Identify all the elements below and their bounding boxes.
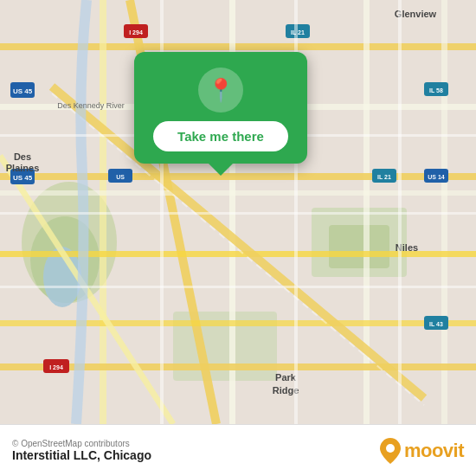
svg-rect-7 xyxy=(0,43,476,50)
svg-text:IL 21: IL 21 xyxy=(377,174,391,180)
svg-rect-50 xyxy=(0,212,476,215)
svg-text:Plaines: Plaines xyxy=(6,163,40,173)
location-icon-circle: 📍 xyxy=(198,68,243,113)
location-popup: 📍 Take me there xyxy=(134,52,307,164)
svg-text:US 45: US 45 xyxy=(13,174,33,182)
svg-rect-18 xyxy=(0,363,476,370)
bottom-bar: © OpenStreetMap contributors Interstitia… xyxy=(0,424,476,476)
svg-rect-51 xyxy=(0,286,476,288)
moovit-brand-name: moovit xyxy=(404,440,464,462)
svg-point-55 xyxy=(386,444,395,453)
svg-rect-17 xyxy=(0,320,476,326)
svg-text:US: US xyxy=(116,174,125,180)
svg-text:US 14: US 14 xyxy=(428,174,445,180)
svg-rect-5 xyxy=(329,225,389,268)
place-name: Interstitial LLC, Chicago xyxy=(12,448,151,462)
svg-rect-54 xyxy=(398,0,402,424)
svg-text:US 45: US 45 xyxy=(13,87,33,95)
svg-text:Des: Des xyxy=(14,151,31,162)
svg-text:IL 21: IL 21 xyxy=(291,29,305,35)
svg-text:IL 58: IL 58 xyxy=(429,87,443,93)
map-container: US 45 US 45 I 294 IL 21 IL 58 IL 21 US 1… xyxy=(0,0,476,424)
svg-text:IL 43: IL 43 xyxy=(429,321,443,327)
location-pin-icon: 📍 xyxy=(207,79,235,101)
svg-text:I 294: I 294 xyxy=(129,29,143,35)
moovit-pin-icon xyxy=(380,438,401,464)
svg-text:Des Kennedy River: Des Kennedy River xyxy=(57,101,125,110)
svg-text:I 294: I 294 xyxy=(49,364,63,370)
map-attribution: © OpenStreetMap contributors xyxy=(12,439,151,448)
svg-text:Park: Park xyxy=(275,372,297,383)
take-me-there-button[interactable]: Take me there xyxy=(153,121,288,151)
bottom-left-info: © OpenStreetMap contributors Interstitia… xyxy=(12,439,151,462)
moovit-logo: moovit xyxy=(380,438,464,464)
svg-rect-14 xyxy=(0,173,476,180)
svg-rect-15 xyxy=(0,190,476,196)
